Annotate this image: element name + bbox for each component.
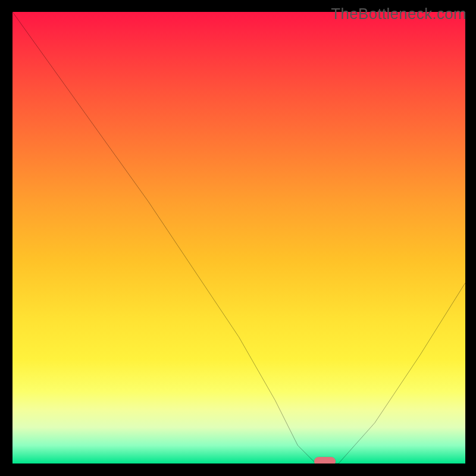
watermark-text: TheBottleneck.com <box>331 5 466 23</box>
chart-plot-area <box>11 12 465 465</box>
bottleneck-curve <box>12 12 465 464</box>
optimal-point-marker <box>314 457 336 465</box>
curve-path <box>12 12 465 464</box>
